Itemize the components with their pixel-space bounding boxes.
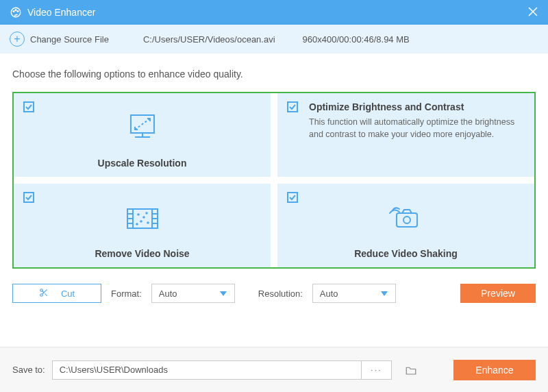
save-path-group: C:\Users\USER\Downloads ··· xyxy=(52,360,392,380)
cut-button[interactable]: Cut xyxy=(12,284,101,303)
footer: Save to: C:\Users\USER\Downloads ··· Enh… xyxy=(0,347,548,392)
chevron-down-icon xyxy=(219,289,227,299)
svg-point-20 xyxy=(143,217,145,218)
plus-icon: + xyxy=(10,32,25,47)
option-upscale-title: Upscale Resolution xyxy=(23,158,261,169)
film-noise-icon xyxy=(23,192,261,245)
resolution-label: Resolution: xyxy=(258,289,303,299)
preview-button[interactable]: Preview xyxy=(460,284,536,303)
svg-point-3 xyxy=(17,11,18,12)
svg-point-21 xyxy=(140,221,142,222)
titlebar: Video Enhancer xyxy=(0,0,548,25)
option-brightness-title: Optimize Brightness and Contrast xyxy=(309,101,525,112)
cut-label: Cut xyxy=(61,289,75,299)
open-folder-button[interactable] xyxy=(403,365,419,376)
monitor-resize-icon xyxy=(23,101,261,155)
checkbox-noise[interactable] xyxy=(23,192,34,203)
svg-point-24 xyxy=(136,223,138,225)
change-source-label: Change Source File xyxy=(30,34,109,45)
option-brightness-contrast[interactable]: Optimize Brightness and Contrast This fu… xyxy=(277,93,534,177)
change-source-button[interactable]: + Change Source File xyxy=(10,32,109,47)
svg-point-23 xyxy=(147,222,149,223)
options-grid: Upscale Resolution Optimize Brightness a… xyxy=(12,92,536,269)
option-remove-noise[interactable]: Remove Video Noise xyxy=(14,184,271,267)
svg-line-30 xyxy=(45,293,47,295)
option-noise-title: Remove Video Noise xyxy=(23,248,261,259)
source-bar: + Change Source File C:/Users/USER/Video… xyxy=(0,25,548,53)
svg-line-31 xyxy=(42,291,44,292)
chevron-down-icon xyxy=(380,289,388,299)
svg-marker-32 xyxy=(220,291,227,296)
svg-point-26 xyxy=(403,217,410,223)
app-title: Video Enhancer xyxy=(27,7,527,18)
format-value: Auto xyxy=(159,289,177,299)
checkbox-brightness[interactable] xyxy=(287,101,298,112)
save-to-label: Save to: xyxy=(12,365,45,375)
svg-point-28 xyxy=(40,293,43,296)
svg-point-1 xyxy=(13,11,14,12)
close-button[interactable] xyxy=(527,6,538,19)
option-upscale-resolution[interactable]: Upscale Resolution xyxy=(14,93,271,177)
save-path-field[interactable]: C:\Users\USER\Downloads xyxy=(52,360,362,380)
resolution-value: Auto xyxy=(320,289,338,299)
browse-button[interactable]: ··· xyxy=(362,360,392,380)
option-brightness-desc: This function will automatically optimiz… xyxy=(309,117,525,140)
svg-point-27 xyxy=(40,289,43,291)
checkbox-upscale[interactable] xyxy=(23,101,34,112)
resolution-select[interactable]: Auto xyxy=(312,284,396,303)
svg-point-2 xyxy=(15,10,16,11)
save-path-value: C:\Users\USER\Downloads xyxy=(60,365,168,375)
svg-marker-33 xyxy=(381,291,388,296)
main-area: Choose the following options to enhance … xyxy=(0,53,548,347)
option-shaking-title: Reduce Video Shaking xyxy=(287,248,525,259)
svg-point-19 xyxy=(138,214,139,215)
source-fileinfo: 960x400/00:00:46/8.94 MB xyxy=(303,34,410,45)
scissors-icon xyxy=(39,288,49,299)
ellipsis-icon: ··· xyxy=(371,365,382,375)
camera-shake-icon xyxy=(287,192,525,245)
format-select[interactable]: Auto xyxy=(151,284,235,303)
svg-point-22 xyxy=(146,212,147,214)
preview-label: Preview xyxy=(481,288,515,299)
source-filepath: C:/Users/USER/Videos/ocean.avi xyxy=(143,34,275,45)
svg-rect-25 xyxy=(397,213,417,227)
enhance-button[interactable]: Enhance xyxy=(453,360,536,380)
instruction-text: Choose the following options to enhance … xyxy=(12,69,536,79)
option-reduce-shaking[interactable]: Reduce Video Shaking xyxy=(277,184,534,267)
checkbox-shaking[interactable] xyxy=(287,192,298,203)
svg-line-7 xyxy=(135,119,150,130)
format-label: Format: xyxy=(111,289,142,299)
bottom-controls: Cut Format: Auto Resolution: Auto Previe… xyxy=(12,284,536,303)
enhance-label: Enhance xyxy=(475,365,513,376)
palette-icon xyxy=(10,6,22,19)
